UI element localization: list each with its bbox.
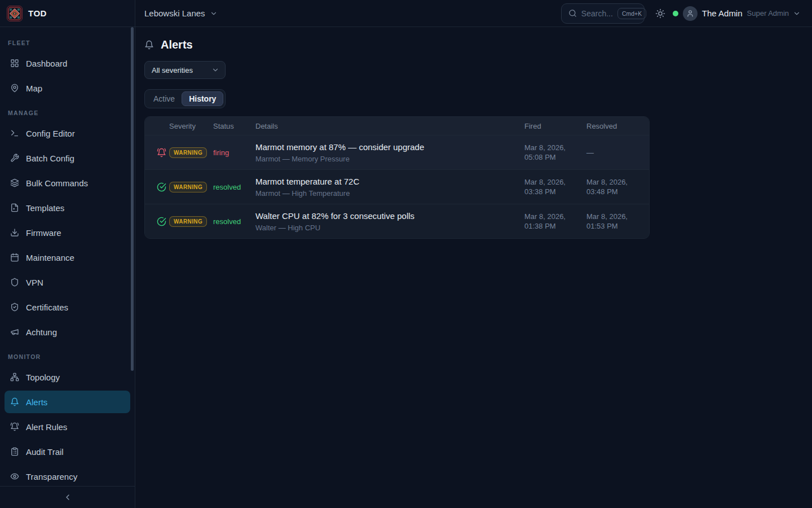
fired-date: Mar 8, 2026,05:08 PM xyxy=(524,143,586,162)
sidebar-item-firmware[interactable]: Firmware xyxy=(5,221,130,244)
sidebar-item-label: Certificates xyxy=(26,303,68,312)
sidebar-collapse-button[interactable] xyxy=(0,486,135,508)
eye-icon xyxy=(10,472,19,481)
brand-name: TOD xyxy=(28,8,47,18)
section-label-manage: MANAGE xyxy=(5,108,130,117)
page-title: Alerts xyxy=(161,38,193,51)
alerts-table: Severity Status Details Fired Resolved W… xyxy=(144,116,650,239)
alert-title: Walter CPU at 82% for 3 consecutive poll… xyxy=(255,211,524,221)
sidebar-item-certificates[interactable]: Certificates xyxy=(5,296,130,318)
user-menu-chevron-icon[interactable] xyxy=(793,10,801,17)
terminal-icon xyxy=(10,129,19,138)
content: Alerts All severities Active History Sev… xyxy=(135,27,812,239)
org-name: Lebowski Lanes xyxy=(144,8,205,18)
bell-icon xyxy=(10,397,19,406)
col-severity: Severity xyxy=(169,122,213,130)
user-name: The Admin xyxy=(702,8,743,18)
brand[interactable]: TOD xyxy=(0,0,135,27)
col-details: Details xyxy=(255,122,524,130)
resolved-date: Mar 8, 2026,03:48 PM xyxy=(586,177,649,196)
sidebar-item-label: Bulk Commands xyxy=(26,178,88,188)
sidebar-item-label: Achtung xyxy=(26,327,57,337)
map-pin-icon xyxy=(10,84,19,93)
org-switcher[interactable]: Lebowski Lanes xyxy=(144,8,218,18)
sidebar-item-templates[interactable]: Templates xyxy=(5,196,130,219)
bell-icon xyxy=(144,40,154,50)
status-dot xyxy=(673,11,678,16)
layout-grid-icon xyxy=(10,59,19,68)
search-shortcut-badge: Cmd+K xyxy=(617,8,646,19)
main-column: Lebowski Lanes Search... Cmd+K The Admin… xyxy=(135,0,812,508)
alert-subtitle: Walter — High CPU xyxy=(255,224,524,232)
sidebar-item-achtung[interactable]: Achtung xyxy=(5,321,130,343)
table-row[interactable]: WARNING firing Marmot memory at 87% — co… xyxy=(145,135,649,169)
sidebar-item-dashboard[interactable]: Dashboard xyxy=(5,52,130,75)
bell-ring-icon xyxy=(157,148,166,157)
sidebar-item-audit-trail[interactable]: Audit Trail xyxy=(5,440,130,463)
col-status: Status xyxy=(213,122,255,130)
sidebar-item-label: Dashboard xyxy=(26,59,67,68)
check-circle-icon xyxy=(157,182,166,192)
search-input[interactable]: Search... Cmd+K xyxy=(561,3,645,24)
chevron-left-icon xyxy=(63,493,72,502)
sidebar-item-label: Firmware xyxy=(26,228,61,238)
avatar[interactable] xyxy=(683,6,698,21)
theme-toggle-icon[interactable] xyxy=(655,8,665,19)
sidebar-item-label: Maintenance xyxy=(26,253,74,262)
app-root: TOD FLEET Dashboard Map MANAGE Config Ed… xyxy=(0,0,812,508)
alert-subtitle: Marmot — High Temperature xyxy=(255,189,524,198)
severity-badge: WARNING xyxy=(169,182,207,192)
alert-title: Marmot memory at 87% — consider upgrade xyxy=(255,142,524,152)
sidebar-item-vpn[interactable]: VPN xyxy=(5,271,130,294)
status-text: resolved xyxy=(213,217,255,226)
topbar: Lebowski Lanes Search... Cmd+K The Admin… xyxy=(135,0,812,27)
sidebar-item-label: Audit Trail xyxy=(26,447,64,457)
sidebar-item-bulk-commands[interactable]: Bulk Commands xyxy=(5,172,130,194)
sidebar-item-alert-rules[interactable]: Alert Rules xyxy=(5,415,130,438)
table-row[interactable]: WARNING resolved Marmot temperature at 7… xyxy=(145,169,649,204)
sidebar-scrollbar-thumb[interactable] xyxy=(131,27,134,371)
tab-history[interactable]: History xyxy=(182,91,223,106)
sidebar-item-topology[interactable]: Topology xyxy=(5,366,130,388)
severity-badge: WARNING xyxy=(169,216,207,227)
sidebar: TOD FLEET Dashboard Map MANAGE Config Ed… xyxy=(0,0,135,508)
sidebar-item-label: VPN xyxy=(26,278,43,287)
sidebar-item-transparency[interactable]: Transparency xyxy=(5,465,130,488)
sidebar-item-label: Alert Rules xyxy=(26,422,67,432)
sidebar-item-label: Alerts xyxy=(26,397,47,407)
calendar-icon xyxy=(10,253,19,262)
sidebar-nav: FLEET Dashboard Map MANAGE Config Editor… xyxy=(0,27,135,488)
sidebar-item-map[interactable]: Map xyxy=(5,77,130,99)
section-label-monitor: MONITOR xyxy=(5,352,130,361)
chevron-down-icon xyxy=(210,10,218,17)
user-icon xyxy=(686,10,694,17)
topbar-right: Search... Cmd+K The Admin Super Admin xyxy=(561,3,801,24)
sidebar-item-label: Batch Config xyxy=(26,154,74,163)
sidebar-item-alerts[interactable]: Alerts xyxy=(5,391,130,413)
brand-logo-icon xyxy=(7,6,23,21)
alert-title: Marmot temperature at 72C xyxy=(255,177,524,186)
search-placeholder: Search... xyxy=(581,9,613,18)
alerts-view-tabs: Active History xyxy=(144,89,226,108)
status-text: resolved xyxy=(213,183,255,191)
severity-filter-select[interactable]: All severities xyxy=(144,61,226,79)
severity-badge: WARNING xyxy=(169,147,207,158)
shield-icon xyxy=(10,278,19,287)
status-text: firing xyxy=(213,148,255,157)
fired-date: Mar 8, 2026,01:38 PM xyxy=(524,212,586,231)
sidebar-item-label: Transparency xyxy=(26,472,77,481)
col-resolved: Resolved xyxy=(586,122,649,130)
clipboard-list-icon xyxy=(10,447,19,456)
sidebar-item-config-editor[interactable]: Config Editor xyxy=(5,122,130,144)
sidebar-item-batch-config[interactable]: Batch Config xyxy=(5,147,130,169)
table-row[interactable]: WARNING resolved Walter CPU at 82% for 3… xyxy=(145,204,649,238)
col-fired: Fired xyxy=(524,122,586,130)
megaphone-icon xyxy=(10,327,19,336)
table-header-row: Severity Status Details Fired Resolved xyxy=(145,117,649,135)
download-icon xyxy=(10,228,19,237)
bell-ring-icon xyxy=(10,422,19,431)
sidebar-item-maintenance[interactable]: Maintenance xyxy=(5,246,130,269)
shield-check-icon xyxy=(10,303,19,312)
tab-active[interactable]: Active xyxy=(147,91,182,106)
resolved-date: Mar 8, 2026,01:53 PM xyxy=(586,212,649,231)
